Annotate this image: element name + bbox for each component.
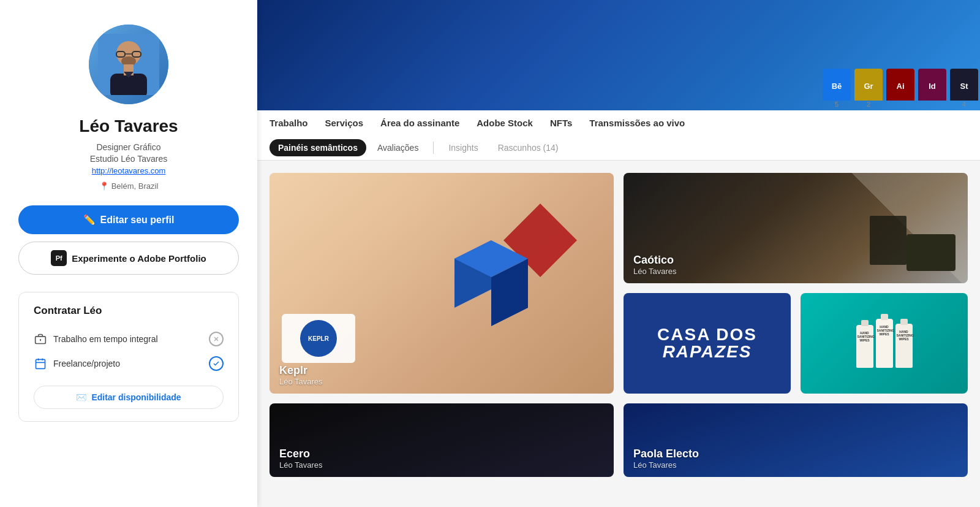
gr-count: 2 [867, 101, 870, 108]
edit-availability-button[interactable]: ✉️ Editar disponibilidade [34, 386, 224, 409]
id-count [931, 101, 933, 108]
ai-icon: Ai [886, 69, 914, 101]
calendar-icon [34, 357, 47, 370]
app-badges: Bē 5 Gr 2 Ai Id St 4 [821, 69, 980, 110]
ecero-author: Léo Tavares [279, 460, 323, 470]
tab-rascunhos[interactable]: Rascunhos (14) [489, 139, 567, 156]
profile-title: Designer Gráfico [96, 141, 160, 154]
envelope-icon: ✉️ [76, 392, 86, 402]
hire-full-time-row: Trabalho em tempo integral [34, 327, 224, 351]
freelance-available-icon [209, 356, 224, 371]
tab-insights[interactable]: Insights [440, 139, 486, 156]
location-pin-icon: 📍 [99, 181, 109, 191]
project-ecero[interactable]: Ecero Léo Tavares [270, 403, 614, 477]
hire-card-title: Contratar Léo [34, 305, 224, 317]
profile-name: Léo Tavares [79, 116, 178, 136]
gr-badge[interactable]: Gr 2 [853, 69, 884, 110]
casados-text: CASA DOSRAPAZES [657, 326, 757, 360]
pencil-icon: ✏️ [83, 214, 96, 226]
st-badge[interactable]: St 4 [948, 69, 980, 110]
paola-author: Léo Tavares [633, 460, 699, 470]
project-caotico[interactable]: Caótico Léo Tavares [624, 173, 968, 283]
profile-url[interactable]: http://leotavares.com [92, 166, 166, 175]
header-banner: Bē 5 Gr 2 Ai Id St 4 [257, 0, 980, 110]
be-count: 5 [835, 101, 839, 108]
behance-icon: Bē [823, 69, 851, 101]
caotico-title: Caótico [633, 254, 677, 267]
keplr-author: Léo Tavares [279, 377, 323, 386]
svg-rect-13 [36, 359, 45, 368]
ai-count [899, 101, 901, 108]
nav-sub: Painéis semânticos Avaliações Insights R… [270, 135, 968, 160]
gr-icon: Gr [854, 69, 883, 101]
full-time-unavailable-icon [209, 332, 224, 346]
briefcase-icon [34, 332, 47, 346]
hire-freelance-row: Freelance/projeto [34, 351, 224, 376]
project-keplr[interactable]: KEPLR Keplr Léo Tavares [270, 173, 614, 394]
nav-transmissoes[interactable]: Transmissões ao vivo [589, 118, 685, 135]
project-casados[interactable]: CASA DOSRAPAZES [624, 293, 791, 394]
st-icon: St [950, 69, 978, 101]
pf-badge-icon: Pf [51, 250, 67, 266]
project-paola[interactable]: Paola Electo Léo Tavares [624, 403, 968, 477]
nav-servicos[interactable]: Serviços [325, 118, 364, 135]
ai-badge[interactable]: Ai [884, 69, 916, 110]
hire-card: Contratar Léo Trabalho em tempo integral… [18, 292, 239, 422]
tab-paineis[interactable]: Painéis semânticos [270, 139, 366, 156]
nav-trabalho[interactable]: Trabalho [270, 118, 308, 135]
content-area[interactable]: KEPLR Keplr Léo Tavares [257, 161, 980, 507]
paola-title: Paola Electo [633, 448, 699, 460]
caotico-author: Léo Tavares [633, 267, 677, 276]
adobe-portfolio-button[interactable]: Pf Experimente o Adobe Portfolio [18, 242, 239, 275]
profile-company: Estudio Léo Tavares [90, 154, 168, 164]
id-badge[interactable]: Id [916, 69, 948, 110]
tab-avaliacoes[interactable]: Avaliações [369, 139, 427, 156]
id-icon: Id [918, 69, 946, 101]
nav-area[interactable]: Área do assinante [380, 118, 459, 135]
nav-adobe-stock[interactable]: Adobe Stock [477, 118, 533, 135]
nav-nfts[interactable]: NFTs [550, 118, 572, 135]
nav-divider [433, 142, 434, 154]
be-badge[interactable]: Bē 5 [821, 69, 853, 110]
ecero-title: Ecero [279, 448, 323, 460]
keplr-title: Keplr [279, 364, 323, 377]
profile-location: 📍 Belém, Brazil [99, 181, 159, 191]
nav-bar: Trabalho Serviços Área do assinante Adob… [257, 110, 980, 161]
sidebar: Léo Tavares Designer Gráfico Estudio Léo… [0, 0, 257, 507]
nav-top: Trabalho Serviços Área do assinante Adob… [270, 110, 968, 135]
main-content: Bē 5 Gr 2 Ai Id St 4 Trabalho [257, 0, 980, 507]
project-hand-sanitizer[interactable]: HANDSANITIZINGWIPES HANDSANITIZINGWIPES … [801, 293, 968, 394]
avatar [89, 25, 168, 104]
st-count: 4 [962, 101, 966, 108]
edit-profile-button[interactable]: ✏️ Editar seu perfil [18, 205, 239, 234]
